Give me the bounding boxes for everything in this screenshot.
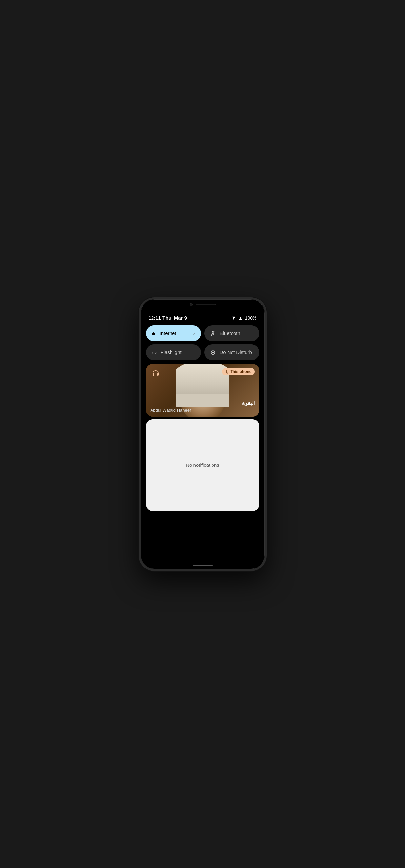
this-phone-label: This phone [230,369,252,374]
internet-tile[interactable]: ● Internet › [146,326,201,341]
wifi-icon: ▼ [231,315,237,321]
bluetooth-label: Bluetooth [220,330,240,336]
media-info: البقرة Abdul Wadud Haneef [151,400,255,413]
wifi-tile-icon: ● [152,330,156,337]
screen: 12:11 Thu, Mar 9 ▼ ▲ 100% ● Internet › ✗… [141,299,264,569]
media-title: البقرة [151,400,255,406]
headphone-icon [151,368,161,378]
flashlight-label: Flashlight [161,349,182,355]
camera-dot [190,303,193,306]
home-indicator[interactable] [193,564,213,566]
status-time: 12:11 Thu, Mar 9 [149,315,187,320]
media-progress-fill [151,413,159,413]
media-overlay: This phone البقرة Abdul Wadud Haneef [146,364,259,416]
media-player[interactable]: This phone البقرة Abdul Wadud Haneef [146,364,259,416]
quick-settings-grid: ● Internet › ✗ Bluetooth ▱ Flashlight ⊖ … [141,322,264,363]
notifications-panel: No notifications [146,419,259,511]
media-artist: Abdul Wadud Haneef [151,408,255,413]
signal-icon: ▲ [239,315,243,320]
phone-frame: 12:11 Thu, Mar 9 ▼ ▲ 100% ● Internet › ✗… [139,297,267,571]
internet-label: Internet [160,330,177,336]
bluetooth-icon: ✗ [210,330,216,337]
speaker-bar [196,304,216,305]
flashlight-tile[interactable]: ▱ Flashlight [146,344,201,360]
status-icons: ▼ ▲ 100% [231,315,257,321]
battery-level: 100% [245,315,257,320]
no-notifications-text: No notifications [186,462,219,468]
this-phone-badge: This phone [222,368,255,375]
dnd-label: Do Not Disturb [220,349,252,355]
flashlight-icon: ▱ [152,349,157,355]
dnd-icon: ⊖ [210,349,216,355]
media-progress-bar[interactable] [151,413,255,413]
status-bar: 12:11 Thu, Mar 9 ▼ ▲ 100% [141,312,264,322]
internet-arrow: › [193,331,195,336]
media-top-row: This phone [151,368,255,378]
do-not-disturb-tile[interactable]: ⊖ Do Not Disturb [204,344,259,360]
camera-area [190,303,216,306]
bluetooth-tile[interactable]: ✗ Bluetooth [204,326,259,341]
